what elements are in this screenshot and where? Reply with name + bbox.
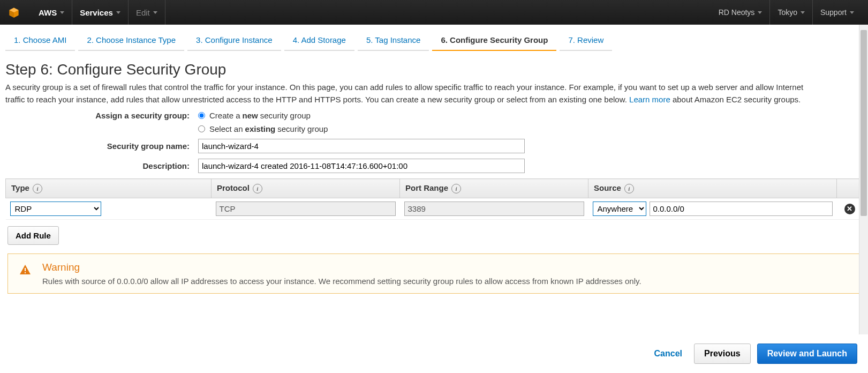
- top-navbar: AWS Services Edit RD Neotys Tokyo Suppor…: [0, 0, 868, 25]
- topnav-right: RD Neotys Tokyo Support: [711, 0, 862, 25]
- sg-name-label: Security group name:: [5, 141, 198, 151]
- radio-new-post: security group: [260, 111, 311, 120]
- sg-desc-input[interactable]: [198, 159, 525, 173]
- warning-box: Warning Rules with source of 0.0.0.0/0 a…: [7, 253, 861, 294]
- tab-configure-instance[interactable]: 3. Configure Instance: [187, 31, 281, 51]
- nav-support[interactable]: Support: [813, 0, 862, 25]
- footer: Cancel Previous Review and Launch: [0, 334, 868, 372]
- caret-down-icon: [801, 11, 805, 14]
- sg-desc-row: Description:: [5, 159, 863, 173]
- nav-region[interactable]: Tokyo: [770, 0, 813, 25]
- rule-port-input: [404, 202, 584, 216]
- scrollbar-thumb[interactable]: [861, 30, 867, 216]
- warning-triangle-icon: [18, 264, 33, 277]
- nav-edit[interactable]: Edit: [129, 0, 165, 25]
- info-icon[interactable]: i: [451, 184, 461, 193]
- radio-existing-bold: existing: [245, 124, 276, 133]
- nav-support-label: Support: [820, 8, 847, 17]
- sg-desc-label: Description:: [5, 161, 198, 170]
- caret-down-icon: [116, 11, 120, 14]
- nav-region-label: Tokyo: [778, 8, 797, 17]
- radio-existing-post: security group: [277, 124, 328, 133]
- radio-existing-pre: Select an: [209, 124, 243, 133]
- radio-new-pre: Create a: [209, 111, 240, 120]
- radio-create-new[interactable]: Create a new security group: [198, 111, 863, 120]
- rules-table: Typei Protocoli Port Rangei Sourcei RDP …: [5, 178, 863, 220]
- topnav-left: AWS Services Edit: [6, 0, 165, 25]
- desc-text-post: about Amazon EC2 security groups.: [673, 95, 801, 104]
- assign-sg-row: Assign a security group: Create a new se…: [5, 111, 863, 120]
- add-rule-button[interactable]: Add Rule: [7, 226, 59, 245]
- nav-aws-label: AWS: [39, 8, 57, 17]
- th-source-label: Source: [594, 183, 621, 192]
- caret-down-icon: [850, 11, 854, 14]
- svg-rect-5: [25, 272, 26, 273]
- review-launch-button[interactable]: Review and Launch: [757, 344, 857, 364]
- tab-instance-type[interactable]: 2. Choose Instance Type: [78, 31, 184, 51]
- page-description: A security group is a set of firewall ru…: [5, 81, 819, 106]
- info-icon[interactable]: i: [253, 184, 262, 193]
- warning-text: Rules with source of 0.0.0.0/0 allow all…: [42, 277, 641, 286]
- previous-button[interactable]: Previous: [694, 344, 751, 364]
- tab-review[interactable]: 7. Review: [560, 31, 612, 51]
- caret-down-icon: [60, 11, 64, 14]
- wizard-tabs: 1. Choose AMI 2. Choose Instance Type 3.…: [0, 25, 868, 51]
- radio-new-bold: new: [243, 111, 258, 120]
- nav-edit-label: Edit: [136, 8, 150, 17]
- page-title: Step 6: Configure Security Group: [5, 61, 863, 78]
- th-protocol-label: Protocol: [217, 183, 250, 192]
- sg-name-row: Security group name:: [5, 139, 863, 153]
- tab-security-group[interactable]: 6. Configure Security Group: [432, 31, 556, 51]
- radio-existing[interactable]: Select an existing security group: [198, 124, 863, 133]
- info-icon[interactable]: i: [33, 184, 42, 193]
- nav-services-label: Services: [80, 8, 113, 17]
- assign-sg-row2: Select an existing security group: [5, 124, 863, 133]
- caret-down-icon: [153, 11, 157, 14]
- rule-type-select[interactable]: RDP: [10, 202, 101, 216]
- remove-rule-icon[interactable]: ✕: [844, 204, 855, 214]
- radio-existing-input[interactable]: [198, 125, 205, 132]
- scrollbar[interactable]: [859, 25, 868, 334]
- svg-rect-4: [25, 268, 26, 271]
- th-source: Sourcei: [588, 179, 837, 198]
- sg-name-input[interactable]: [198, 139, 525, 153]
- tab-tag-instance[interactable]: 5. Tag Instance: [358, 31, 429, 51]
- main-content: Step 6: Configure Security Group A secur…: [0, 51, 868, 334]
- assign-sg-label: Assign a security group:: [5, 111, 198, 120]
- th-port: Port Rangei: [400, 179, 588, 198]
- th-port-label: Port Range: [405, 183, 448, 192]
- info-icon[interactable]: i: [624, 184, 634, 193]
- tab-add-storage[interactable]: 4. Add Storage: [284, 31, 354, 51]
- rule-source-ip-input[interactable]: [650, 202, 833, 216]
- th-type-label: Type: [11, 183, 29, 192]
- rule-row: RDP Anywhere ✕: [6, 198, 863, 220]
- nav-account[interactable]: RD Neotys: [711, 0, 771, 25]
- warning-title: Warning: [42, 262, 641, 273]
- caret-down-icon: [758, 11, 762, 14]
- tab-choose-ami[interactable]: 1. Choose AMI: [5, 31, 75, 51]
- cancel-button[interactable]: Cancel: [649, 345, 688, 363]
- nav-services[interactable]: Services: [72, 0, 129, 25]
- rule-protocol-input: [216, 202, 396, 216]
- learn-more-link[interactable]: Learn more: [629, 95, 670, 104]
- aws-logo-icon: [6, 5, 21, 20]
- nav-account-label: RD Neotys: [719, 8, 755, 17]
- th-type: Typei: [6, 179, 212, 198]
- radio-create-new-input[interactable]: [198, 112, 205, 119]
- th-protocol: Protocoli: [212, 179, 400, 198]
- nav-aws[interactable]: AWS: [31, 0, 72, 25]
- rule-source-select[interactable]: Anywhere: [593, 202, 646, 216]
